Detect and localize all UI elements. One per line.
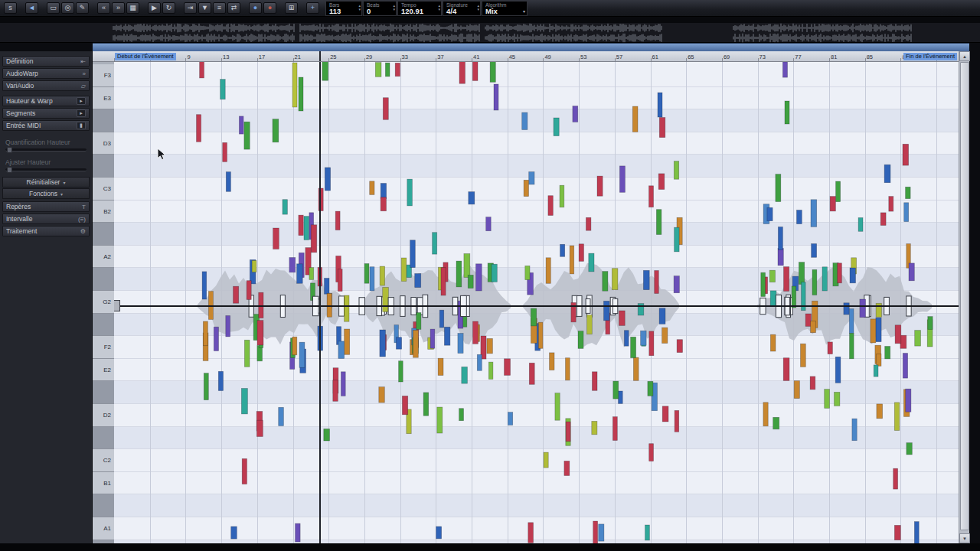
pitch-segment[interactable] <box>252 260 256 272</box>
pitch-segment[interactable] <box>812 269 817 295</box>
pitch-segment[interactable] <box>838 263 842 283</box>
pitch-segment[interactable] <box>903 354 907 379</box>
pitch-segment[interactable] <box>880 213 886 226</box>
pitch-segment[interactable] <box>256 420 263 436</box>
pitch-segment-outlier[interactable] <box>494 84 498 110</box>
pitch-segment[interactable] <box>338 341 345 359</box>
pitch-segment[interactable] <box>242 458 247 484</box>
pitch-segment[interactable] <box>492 264 497 282</box>
pitch-segment[interactable] <box>375 63 381 77</box>
pitch-segment[interactable] <box>835 357 841 383</box>
pitch-segment[interactable] <box>586 217 591 230</box>
pitch-segment[interactable] <box>220 80 226 99</box>
pitch-segment[interactable] <box>871 319 876 343</box>
pitch-segment[interactable] <box>858 218 863 232</box>
pitch-segment[interactable] <box>555 393 560 421</box>
pitch-segment[interactable] <box>792 286 796 308</box>
pitch-editor-canvas[interactable] <box>114 62 959 543</box>
pitch-segment[interactable] <box>850 268 856 283</box>
sidebar-item-reperes[interactable]: RepèresT <box>2 201 90 212</box>
piano-key-d3[interactable]: D3 <box>93 132 114 155</box>
pitch-segment[interactable] <box>505 359 511 376</box>
overview-waveform-strip[interactable] <box>0 23 980 43</box>
pitch-segment[interactable] <box>472 62 478 80</box>
pitch-segment[interactable] <box>273 228 279 249</box>
pitch-segment[interactable] <box>333 380 338 402</box>
dropdown-arrow-icon[interactable]: ▾ <box>523 8 525 14</box>
sidebar-menu-fonctions[interactable]: Fonctions▾ <box>2 188 90 199</box>
pitch-segment[interactable] <box>811 200 817 227</box>
pitch-segment[interactable] <box>299 342 305 367</box>
pitch-segment[interactable] <box>325 168 330 191</box>
pitch-segment[interactable] <box>381 184 386 199</box>
pitch-segment[interactable] <box>928 317 933 330</box>
pitch-segment[interactable] <box>370 181 374 195</box>
pitch-segment[interactable] <box>659 118 665 138</box>
playhead-ruler-marker[interactable] <box>319 51 321 61</box>
pitch-segment[interactable] <box>433 233 437 254</box>
pitch-segment[interactable] <box>234 286 239 303</box>
pitch-segment[interactable] <box>909 263 914 281</box>
pitch-segment[interactable] <box>649 186 654 207</box>
pitch-segment[interactable] <box>906 443 912 455</box>
pitch-segment[interactable] <box>554 118 559 136</box>
pitch-segment[interactable] <box>649 331 654 356</box>
pitch-segment[interactable] <box>579 244 583 262</box>
pitch-segment[interactable] <box>464 254 470 278</box>
pitch-segment[interactable] <box>462 367 468 383</box>
pitch-segment[interactable] <box>200 62 204 78</box>
pitch-segment[interactable] <box>525 266 530 279</box>
pitch-segment[interactable] <box>486 217 492 231</box>
pitch-segment[interactable] <box>430 329 435 348</box>
pitch-segment[interactable] <box>469 192 475 204</box>
pitch-segment[interactable] <box>197 115 201 142</box>
sidebar-tool-entree-midi[interactable]: Entrée MIDI▮ <box>2 120 90 131</box>
pitch-segment[interactable] <box>423 393 429 416</box>
pitch-segment[interactable] <box>648 381 653 396</box>
pitch-segment[interactable] <box>904 203 909 222</box>
value-spinner[interactable]: ▴▾ <box>477 4 479 11</box>
pitch-segment[interactable] <box>436 527 442 539</box>
pitch-segment[interactable] <box>895 325 901 344</box>
pitch-segment[interactable] <box>599 524 604 541</box>
pitch-segment[interactable] <box>770 291 776 307</box>
pitch-warp-arrow-icon[interactable]: ▸ <box>77 97 86 105</box>
value-spinner[interactable]: ▴▾ <box>438 4 440 11</box>
pitch-segment[interactable] <box>573 106 578 122</box>
piano-key-b2[interactable]: B2 <box>93 201 114 223</box>
pitch-segment[interactable] <box>633 357 639 380</box>
scrollbar-thumb[interactable] <box>960 62 969 530</box>
play-button[interactable]: ▶ <box>148 2 161 14</box>
pitch-segment-outlier[interactable] <box>658 93 662 117</box>
piano-key-f3[interactable]: F3 <box>93 64 114 87</box>
solo-button[interactable]: s <box>4 2 17 14</box>
pitch-segment[interactable] <box>906 389 911 412</box>
pitch-segment[interactable] <box>528 523 534 543</box>
pitch-segment[interactable] <box>566 358 570 380</box>
pitch-segment[interactable] <box>226 316 230 337</box>
zoom-tool[interactable]: ◎ <box>61 2 74 14</box>
pitch-segment[interactable] <box>437 407 443 433</box>
pitch-segment[interactable] <box>849 309 854 334</box>
pitch-segment[interactable] <box>410 240 416 268</box>
piano-key-e3[interactable]: E3 <box>93 87 114 110</box>
nudge-left-button[interactable]: « <box>97 2 110 14</box>
pitch-segment[interactable] <box>645 525 650 540</box>
pitch-segment[interactable] <box>674 276 679 293</box>
piano-key-b1[interactable]: B1 <box>93 472 114 495</box>
pitch-segment[interactable] <box>801 344 806 367</box>
overview-range-bar[interactable] <box>93 43 969 51</box>
pitch-segment[interactable] <box>385 63 390 77</box>
pitch-segment[interactable] <box>763 403 768 426</box>
pitch-segment[interactable] <box>226 172 230 192</box>
pitch-segment[interactable] <box>273 119 279 142</box>
pitch-segment[interactable] <box>566 422 570 442</box>
value-spinner[interactable]: ▴▾ <box>393 4 395 11</box>
piano-key-c-3[interactable] <box>93 155 114 178</box>
pitch-segment[interactable] <box>299 215 303 236</box>
pitch-segment[interactable] <box>444 327 450 345</box>
pitch-segment[interactable] <box>395 63 400 76</box>
pitch-segment[interactable] <box>560 185 564 207</box>
piano-key-a1[interactable]: A1 <box>93 517 114 540</box>
pitch-segment[interactable] <box>279 407 284 425</box>
